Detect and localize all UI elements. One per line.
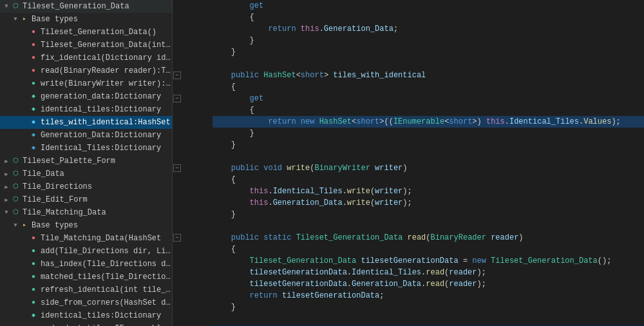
tree-item-base-types-1[interactable]: ▼▸Base types <box>0 13 172 26</box>
line-number <box>182 255 202 267</box>
line-number <box>182 23 202 35</box>
fold-marker <box>173 255 182 267</box>
fold-marker <box>173 313 182 325</box>
file-explorer[interactable]: ▼⬡Tileset_Generation_Data▼▸Base types ●T… <box>0 0 173 326</box>
class-icon: ⬡ <box>10 207 21 218</box>
tree-item-refresh-identical[interactable]: ●refresh_identical(int tile_count):void <box>0 283 172 296</box>
tree-item-tiles-with-identical[interactable]: ◆tiles_with_identical:HashSet <box>0 116 172 129</box>
line-number <box>182 232 202 244</box>
code-line: public void write(BinaryWriter writer) <box>213 162 644 174</box>
tree-item-label: has_index(Tile_Directions dir, int index… <box>41 260 172 269</box>
fold-marker <box>173 244 182 255</box>
method-icon: ● <box>28 53 39 63</box>
folder-icon: ▸ <box>19 220 30 231</box>
fold-marker <box>173 81 182 93</box>
tree-item-redundant-tiles[interactable]: ◆redundant_tiles:IEnumerable <box>0 322 172 326</box>
line-number <box>182 290 202 302</box>
line-number <box>182 58 202 70</box>
code-line: } <box>213 46 644 58</box>
tree-item-tile-matching[interactable]: ▼⬡Tile_Matching_Data <box>0 206 172 219</box>
fold-marker <box>173 46 182 58</box>
tree-item-side-from-corners[interactable]: ●side_from_corners(HashSet dirs):Tile_ <box>0 296 172 309</box>
tree-item-base-types-2[interactable]: ▼▸Base types <box>0 219 172 232</box>
tree-item-has-index[interactable]: ●has_index(Tile_Directions dir, int inde… <box>0 258 172 271</box>
field-icon: ◆ <box>28 311 39 321</box>
code-line: } <box>213 139 644 151</box>
fold-button[interactable]: − <box>173 164 181 172</box>
tree-item-label: identical_tiles:Dictionary <box>41 311 161 320</box>
tree-item-generation-data[interactable]: ◆generation_data:Dictionary <box>0 90 172 103</box>
tree-item-label: fix_identical(Dictionary identi <box>41 53 172 62</box>
line-number <box>182 313 202 325</box>
fold-marker <box>173 139 182 151</box>
property-icon: ◈ <box>28 143 39 153</box>
tree-item-label: Tileset_Palette_Form <box>23 157 115 166</box>
line-number <box>182 70 202 81</box>
tree-item-label: Tile_Matching_Data <box>23 208 106 217</box>
line-number <box>182 139 202 151</box>
tree-item-constructor1[interactable]: ●Tileset_Generation_Data() <box>0 26 172 39</box>
chevron-icon: ▼ <box>12 222 19 229</box>
code-line: return new HashSet<short>((IEnumerable<s… <box>213 116 644 128</box>
tree-item-tileset-gen-root[interactable]: ▼⬡Tileset_Generation_Data <box>0 0 172 13</box>
code-line <box>213 313 644 325</box>
line-number <box>182 209 202 220</box>
chevron-icon: ▼ <box>3 3 10 10</box>
tree-item-label: Tile_Directions <box>23 182 92 191</box>
code-line: { <box>213 244 644 255</box>
code-line <box>213 58 644 70</box>
line-number <box>182 186 202 197</box>
tree-item-identical-tiles2[interactable]: ◆identical_tiles:Dictionary <box>0 309 172 322</box>
tree-item-label: Base types <box>32 221 78 230</box>
fold-marker <box>173 278 182 290</box>
fold-marker <box>173 290 182 302</box>
tree-item-fix-identical[interactable]: ●fix_identical(Dictionary identi <box>0 52 172 64</box>
line-number <box>182 197 202 209</box>
tree-item-tile-edit-form[interactable]: ▶⬡Tile_Edit_Form <box>0 193 172 206</box>
line-number <box>182 46 202 58</box>
fold-marker[interactable]: − <box>173 70 182 81</box>
fold-marker <box>173 35 182 46</box>
fold-button[interactable]: − <box>173 95 181 102</box>
tree-item-constructor2[interactable]: ●Tileset_Generation_Data(int tile_count,… <box>0 39 172 52</box>
code-line: tilesetGenerationData.Generation_Data.re… <box>213 278 644 290</box>
tree-item-identical-tiles-field[interactable]: ◆identical_tiles:Dictionary <box>0 103 172 116</box>
code-line: public static Tileset_Generation_Data re… <box>213 232 644 244</box>
code-line <box>213 220 644 232</box>
code-editor[interactable]: −−−−−− get { return this.Generation_Data… <box>173 0 644 326</box>
fold-marker <box>173 116 182 128</box>
fold-marker[interactable]: − <box>173 93 182 104</box>
tree-item-gen-data-prop[interactable]: ◈Generation_Data:Dictionary <box>0 129 172 142</box>
line-numbers <box>182 0 207 326</box>
fold-gutter[interactable]: −−−−−− <box>173 0 182 326</box>
tree-item-read[interactable]: ●read(BinaryReader reader):Tileset_Gener… <box>0 64 172 77</box>
tree-item-tileset-palette[interactable]: ▶⬡Tileset_Palette_Form <box>0 155 172 168</box>
tree-item-identical-tiles-prop[interactable]: ◈Identical_Tiles:Dictionary <box>0 142 172 155</box>
field-icon: ◆ <box>28 91 39 102</box>
fold-marker[interactable]: − <box>173 232 182 244</box>
fold-marker <box>173 0 182 12</box>
code-line: get <box>213 0 644 12</box>
fold-button[interactable]: − <box>173 72 181 79</box>
chevron-icon: ▶ <box>3 158 10 165</box>
tree-item-write[interactable]: ●write(BinaryWriter writer):void <box>0 77 172 90</box>
method-icon: ● <box>28 79 39 89</box>
tree-item-tile-data[interactable]: ▶⬡Tile_Data <box>0 168 172 180</box>
method-icon: ● <box>28 285 39 295</box>
fold-marker <box>173 104 182 116</box>
tree-item-tm-constructor[interactable]: ●Tile_Matching_Data(HashSet <box>0 232 172 245</box>
tree-item-label: Tileset_Generation_Data(int tile_count, … <box>41 41 172 50</box>
tree-item-add[interactable]: ●add(Tile_Directions dir, List same):vo <box>0 245 172 258</box>
tree-item-tile-directions[interactable]: ▶⬡Tile_Directions <box>0 180 172 193</box>
class-icon: ⬡ <box>10 169 21 179</box>
fold-marker <box>173 197 182 209</box>
line-number <box>182 35 202 46</box>
fold-marker[interactable]: − <box>173 162 182 174</box>
method-icon: ● <box>28 259 39 269</box>
method-icon: ● <box>28 272 39 282</box>
fold-button[interactable]: − <box>173 234 181 242</box>
tree-item-matched-tiles[interactable]: ●matched_tiles(Tile_Directions dir, shor… <box>0 271 172 283</box>
fold-marker <box>173 58 182 70</box>
tree-item-label: identical_tiles:Dictionary <box>41 105 161 114</box>
code-line: { <box>213 81 644 93</box>
